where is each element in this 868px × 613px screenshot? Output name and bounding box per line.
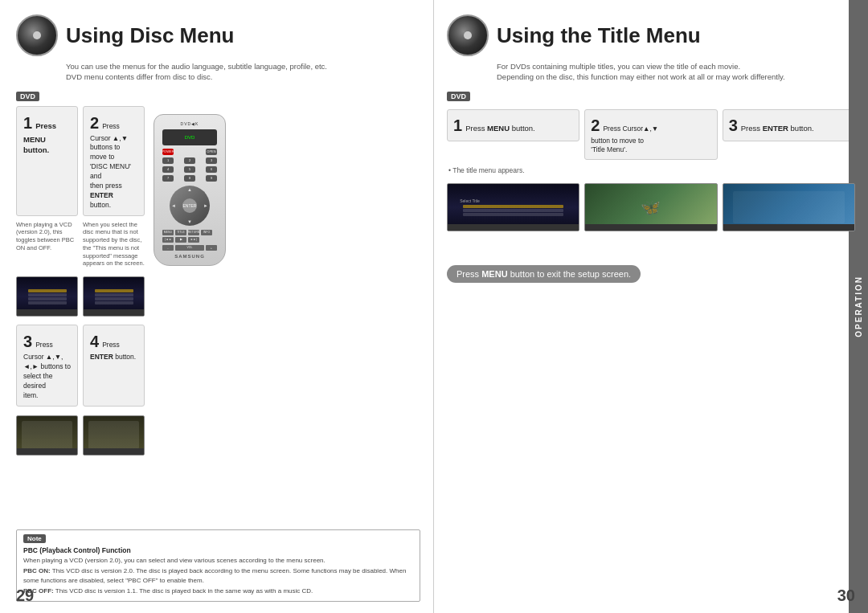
right-title: Using the Title Menu [497, 23, 701, 48]
right-screen-1: Select Title [447, 183, 579, 231]
remote-btn-10[interactable]: 8 [184, 175, 195, 182]
nav-left-icon: ◄ [171, 203, 176, 208]
left-page: Using Disc Menu You can use the menus fo… [0, 0, 434, 613]
dvd-badge-left: DVD [16, 91, 420, 106]
screen-step3 [16, 415, 78, 456]
right-subtitle-2: Depending on the disc, this function may… [497, 72, 785, 81]
remote-body: DVD◀K DVD POWER OPEN 1 2 3 4 [154, 114, 226, 266]
remote-btn-row-3: 4 5 6 [162, 166, 217, 173]
note-line1: When playing a VCD (version 2.0), you ca… [23, 556, 413, 565]
right-step3-box: 3Press ENTER button. [723, 109, 855, 141]
remote-btn-5[interactable]: 3 [206, 157, 217, 164]
step2-note: When you select the disc menu that is no… [83, 221, 145, 268]
remote-btn-4[interactable]: 2 [184, 157, 195, 164]
remote-btn-9[interactable]: 7 [162, 175, 174, 182]
operation-tab: OPERATION [849, 0, 868, 613]
left-subtitle-1: You can use the menus for the audio lang… [66, 62, 327, 71]
disc-icon-right [447, 14, 489, 56]
nav-down-icon: ▼ [187, 219, 192, 224]
remote-top-label: DVD◀K [162, 121, 217, 126]
dvd-badge-right: DVD [447, 91, 855, 106]
step3-note: • The title menu appears. [447, 166, 855, 174]
step1-note: When playing a VCD (version 2.0), this t… [16, 221, 78, 268]
note-heading: PBC (Playback Control) Function [23, 546, 413, 554]
exit-button[interactable]: Press MENU button to exit the setup scre… [447, 265, 641, 283]
remote-fn-4[interactable]: INFO [201, 230, 212, 235]
remote-enter-btn[interactable]: ENTER [182, 198, 197, 213]
exit-section: Press MENU button to exit the setup scre… [447, 255, 855, 283]
right-step1-box: 1Press MENU button. [447, 109, 579, 141]
remote-btn-3[interactable]: 1 [162, 157, 174, 164]
step3-box: 3Press Cursor ▲,▼,◄,► buttons toselect t… [16, 325, 78, 406]
right-step2-box: 2Press Cursor▲,▼button to move to'Title … [584, 109, 717, 161]
remote-btn-row-4: 7 8 9 [162, 175, 217, 182]
page-number-right: 30 [837, 586, 855, 605]
nav-up-icon: ▲ [187, 187, 192, 192]
right-steps-row: 1Press MENU button. 2Press Cursor▲,▼butt… [447, 109, 855, 161]
remote-screen-text: DVD [185, 135, 195, 140]
step2-box: 2Press Cursor ▲,▼buttons to move to'DISC… [83, 106, 145, 216]
steps-area: 1Press MENU button. 2Press Cursor ▲,▼but… [16, 106, 420, 524]
right-section-header: Using the Title Menu [447, 14, 855, 56]
remote-btn-row-1: POWER OPEN [162, 149, 217, 155]
remote-btn-row-2: 1 2 3 [162, 157, 217, 164]
left-section-header: Using Disc Menu [16, 14, 420, 56]
remote-btn-1[interactable]: POWER [162, 149, 174, 155]
remote-nav-ring: ENTER ▲ ▼ ◄ ► [170, 186, 210, 226]
remote-vol-btns: - VOL + [162, 245, 217, 251]
remote-btn-2[interactable]: OPEN [206, 149, 217, 155]
right-screen-2: 🦋 [584, 183, 717, 231]
nav-right-icon: ► [203, 203, 208, 208]
remote-btn-8[interactable]: 6 [206, 166, 217, 173]
step4-box: 4Press ENTER button. [83, 325, 145, 406]
left-title: Using Disc Menu [66, 23, 234, 48]
remote-vol-down[interactable]: - [162, 245, 174, 251]
remote-fn-7[interactable]: ►►| [188, 237, 199, 243]
right-screen-3 [723, 183, 855, 231]
right-subtitle: For DVDs containing multiple titles, you… [447, 61, 855, 83]
left-subtitle-2: DVD menu contents differ from disc to di… [66, 72, 213, 81]
step1-box: 1Press MENU button. [16, 106, 78, 216]
remote-vol-mid[interactable]: VOL [175, 245, 204, 251]
remote-brand: SAMSUNG [162, 254, 217, 259]
remote-fn-6[interactable]: ▶ [175, 237, 186, 243]
remote-fn-3[interactable]: RETURN [188, 230, 199, 235]
remote-btn-6[interactable]: 4 [162, 166, 174, 173]
note-pbc-on: PBC ON: This VCD disc is version 2.0. Th… [23, 566, 413, 584]
remote-function-btns: MENU TITLE RETURN INFO |◄◄ ▶ ►►| [162, 230, 217, 243]
remote-fn-5[interactable]: |◄◄ [162, 237, 174, 243]
remote-screen: DVD [162, 129, 217, 145]
note-box: Note PBC (Playback Control) Function Whe… [16, 529, 420, 602]
disc-icon-left [16, 14, 58, 56]
screen-step1 [16, 276, 78, 317]
remote-fn-2[interactable]: TITLE [175, 230, 186, 235]
left-subtitle: You can use the menus for the audio lang… [16, 61, 420, 83]
screen-step4 [83, 415, 145, 456]
remote-btn-7[interactable]: 5 [184, 166, 195, 173]
screen-step2 [83, 276, 145, 317]
right-page: OPERATION Using the Title Menu For DVDs … [434, 0, 868, 613]
remote-control: DVD◀K DVD POWER OPEN 1 2 3 4 [149, 106, 230, 524]
remote-vol-up[interactable]: + [206, 245, 217, 251]
right-subtitle-1: For DVDs containing multiple titles, you… [497, 62, 740, 71]
remote-btn-11[interactable]: 9 [206, 175, 217, 182]
page-number-left: 29 [16, 586, 34, 605]
note-pbc-off: PBC OFF: This VCD disc is version 1.1. T… [23, 586, 413, 595]
right-screens-row: Select Title 🦋 [447, 179, 855, 231]
remote-fn-1[interactable]: MENU [162, 230, 174, 235]
page-container: Using Disc Menu You can use the menus fo… [0, 0, 868, 613]
